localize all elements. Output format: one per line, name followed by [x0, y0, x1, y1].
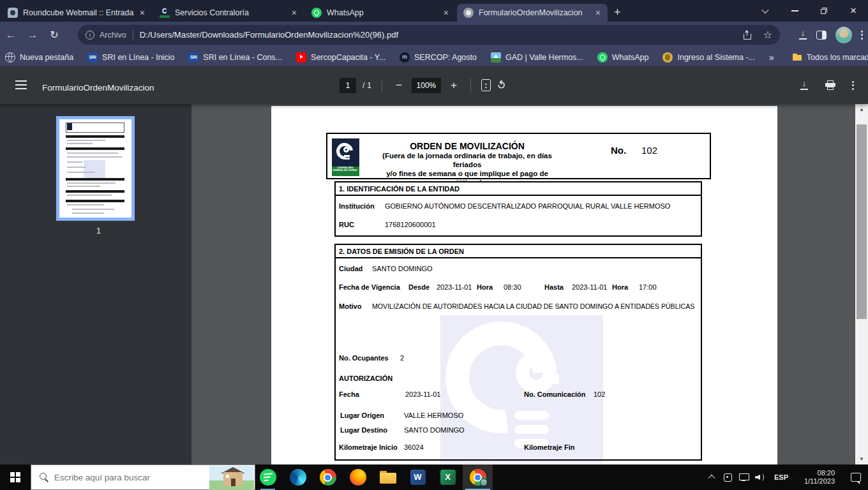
ocupantes-value: 2 — [400, 354, 404, 362]
restore-button[interactable] — [809, 0, 839, 22]
window-controls: × — [751, 0, 868, 22]
taskbar-chrome-active[interactable] — [463, 464, 493, 490]
cge-logo-caption: CONTRALORÍA GENERAL DEL ESTADO — [332, 167, 359, 176]
globe-icon — [5, 52, 15, 63]
fit-page-icon[interactable]: ▴▾ — [481, 79, 491, 91]
tab-close-icon[interactable]: × — [290, 8, 299, 18]
bookmarks-bar: Nueva pestaña SRI SRI en Línea - Inicio … — [0, 48, 868, 66]
tab-formulario-active[interactable]: FormularioOrdenMovilizacion × — [457, 4, 608, 22]
bookmark-whatsapp[interactable]: WhatsApp — [597, 52, 649, 63]
bookmark-star-icon[interactable]: ☆ — [763, 29, 772, 41]
language-indicator[interactable]: ESP — [770, 464, 793, 490]
bookmark-nueva-pestana[interactable]: Nueva pestaña — [5, 52, 73, 63]
pdf-viewer: 1 CONTRALORÍA GENERAL DEL ESTADO — [0, 104, 868, 464]
search-input[interactable] — [54, 473, 182, 482]
profile-avatar[interactable] — [835, 27, 852, 43]
page-number-input[interactable]: 1 — [340, 78, 356, 93]
taskbar-excel[interactable]: X — [433, 464, 463, 490]
divider — [470, 78, 471, 93]
tab-close-icon[interactable]: × — [442, 8, 451, 18]
rotate-icon[interactable]: ↺ — [494, 77, 510, 93]
taskbar-firefox[interactable] — [343, 464, 373, 490]
scroll-up-icon[interactable]: ▲ — [855, 104, 868, 115]
gad-icon — [491, 52, 501, 63]
taskbar-word[interactable]: W — [403, 464, 433, 490]
bookmark-sercopcapacita[interactable]: SercopCapacita - Y... — [296, 52, 385, 63]
institucion-value: GOBIERNO AUTÓNOMO DESCENTRALIZADO PARROQ… — [385, 202, 670, 210]
side-panel-icon[interactable] — [816, 31, 827, 40]
start-button[interactable] — [0, 464, 31, 490]
scrollbar[interactable]: ▲ ▼ — [855, 104, 868, 464]
cge-logo-monogram — [332, 138, 359, 167]
volume-icon[interactable] — [752, 464, 768, 490]
scroll-down-icon[interactable]: ▼ — [855, 454, 868, 464]
excel-icon: X — [440, 470, 456, 485]
zoom-out-icon[interactable]: − — [393, 79, 405, 92]
page-thumbnail-preview — [59, 119, 131, 218]
tab-title: Servicios Contraloría — [175, 8, 290, 17]
clock[interactable]: 08:20 1/11/2023 — [794, 464, 845, 490]
bookmark-sercop-agosto[interactable]: m SERCOP: Agosto — [400, 52, 477, 63]
action-center-icon[interactable] — [846, 464, 865, 490]
taskbar-edge[interactable] — [283, 464, 313, 490]
thumbnail-page-number: 1 — [56, 226, 141, 235]
menu-icon[interactable] — [15, 80, 27, 89]
share-icon[interactable] — [743, 31, 752, 40]
clock-time: 08:20 — [804, 469, 835, 477]
contraloria-icon — [160, 8, 170, 18]
back-icon[interactable]: ← — [0, 29, 22, 41]
url-text[interactable]: D:/Users/Master/Downloads/FormularioOrde… — [140, 30, 743, 40]
pdf-toolbar: FormularioOrdenMovilizacion 1 / 1 − 100%… — [0, 66, 868, 104]
bookmarks-overflow-icon[interactable]: » — [769, 52, 774, 63]
bookmark-ingreso-sistema[interactable]: Ingreso al Sistema -... — [662, 52, 755, 63]
address-bar[interactable]: i Archivo D:/Users/Master/Downloads/Form… — [78, 25, 780, 45]
section-datos-emision: 2. DATOS DE EMISIÓN DE LA ORDEN Ciudad S… — [334, 244, 702, 461]
bookmark-sri-consultas[interactable]: SRI SRI en Línea - Cons... — [188, 52, 282, 63]
scrollbar-thumb[interactable] — [857, 124, 867, 319]
tab-search-icon[interactable] — [751, 0, 780, 22]
print-icon[interactable] — [825, 80, 835, 90]
minimize-button[interactable] — [780, 0, 809, 22]
downloads-icon[interactable]: ↓ — [798, 30, 807, 40]
taskbar-file-explorer[interactable] — [373, 464, 403, 490]
tab-close-icon[interactable]: × — [594, 8, 602, 18]
pdf-toolbar-right: ↓ — [800, 66, 854, 104]
youtube-icon — [296, 52, 306, 63]
ciudad-label: Ciudad — [339, 265, 363, 272]
hora1-value: 08:30 — [504, 283, 521, 291]
close-button[interactable]: × — [839, 0, 868, 22]
forward-icon[interactable]: → — [22, 29, 43, 41]
reload-icon[interactable]: ↻ — [43, 29, 65, 41]
all-bookmarks-button[interactable]: Todos los marcadores — [792, 52, 868, 63]
sri-icon: SRI — [87, 52, 98, 63]
bookmark-gad-valle-hermoso[interactable]: GAD | Valle Hermos... — [491, 52, 583, 63]
bookmark-sri-inicio[interactable]: SRI SRI en Línea - Inicio — [87, 52, 174, 63]
origen-value: VALLE HERMOSO — [404, 412, 463, 419]
profile-badge — [480, 479, 488, 486]
info-icon[interactable]: i — [86, 31, 94, 40]
browser-menu-icon[interactable] — [861, 31, 863, 40]
network-icon[interactable] — [735, 464, 752, 490]
tray-app-icon[interactable] — [720, 464, 735, 490]
taskbar-spotify[interactable] — [253, 464, 283, 490]
firefox-icon — [350, 469, 366, 486]
zoom-level-input[interactable]: 100% — [412, 78, 441, 93]
pdf-download-icon[interactable]: ↓ — [800, 80, 809, 90]
tab-close-icon[interactable]: × — [138, 8, 147, 18]
taskbar-chrome[interactable] — [313, 464, 343, 490]
pdf-menu-icon[interactable] — [852, 81, 854, 90]
zoom-in-icon[interactable]: + — [447, 79, 460, 92]
form-title: ORDEN DE MOVILIZACIÓN — [375, 141, 560, 151]
tab-whatsapp[interactable]: WhatsApp × — [305, 4, 456, 22]
taskbar-search[interactable] — [31, 464, 255, 490]
destino-label: Lugar Destino — [340, 426, 387, 434]
form-subtitle-line1: (Fuera de la jornada ordinaria de trabaj… — [375, 151, 560, 169]
tab-roundcube[interactable]: Roundcube Webmail :: Entrada × — [1, 4, 152, 22]
tab-contraloria[interactable]: Servicios Contraloría × — [153, 4, 304, 22]
new-tab-button[interactable]: + — [614, 6, 621, 19]
tab-title: Roundcube Webmail :: Entrada — [23, 8, 138, 17]
tray-show-hidden-icons[interactable] — [703, 464, 720, 490]
order-number-value: 102 — [641, 145, 657, 156]
page-thumbnail[interactable] — [56, 116, 135, 221]
section-identificacion: 1. IDENTIFICACIÓN DE LA ENTIDAD Instituc… — [334, 181, 702, 237]
